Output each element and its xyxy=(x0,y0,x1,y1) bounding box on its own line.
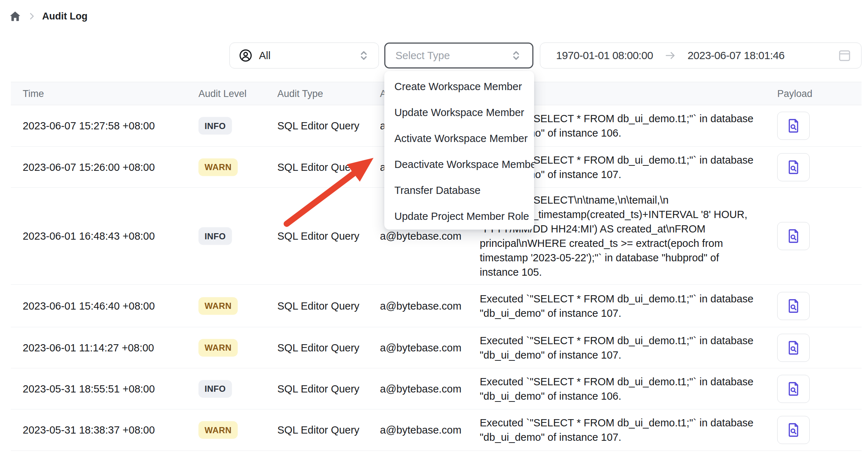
col-header-type: Audit Type xyxy=(277,88,323,99)
payload-view-button[interactable] xyxy=(777,334,810,362)
date-range-picker[interactable]: 1970-01-01 08:00:00 2023-06-07 18:01:46 xyxy=(540,43,862,68)
menu-item-create-workspace-member[interactable]: Create Workspace Member xyxy=(384,74,534,99)
audit-log-page: Audit Log All Select Type 1970-01-01 08:… xyxy=(0,0,868,457)
audit-level-badge: INFO xyxy=(198,380,232,398)
breadcrumb: Audit Log xyxy=(9,10,88,22)
audit-level-badge: INFO xyxy=(198,227,232,245)
audit-time: 2023-06-07 15:27:58 +08:00 xyxy=(23,120,155,132)
audit-type: SQL Editor Query xyxy=(277,300,359,312)
col-header-time: Time xyxy=(23,88,44,99)
audit-level-badge: WARN xyxy=(198,158,238,176)
audit-actor: a@bytebase.com xyxy=(380,300,461,312)
payload-view-button[interactable] xyxy=(777,112,810,140)
audit-time: 2023-06-01 11:14:27 +08:00 xyxy=(23,342,154,354)
chevron-up-down-icon xyxy=(358,49,370,62)
chevron-up-down-icon xyxy=(510,49,522,62)
document-search-icon xyxy=(785,340,802,356)
audit-actor: a@bytebase.com xyxy=(380,424,461,436)
col-header-level: Audit Level xyxy=(198,88,247,99)
audit-time: 2023-05-31 18:38:37 +08:00 xyxy=(23,424,155,436)
audit-time: 2023-05-31 18:55:51 +08:00 xyxy=(23,383,155,395)
menu-item-activate-workspace-member[interactable]: Activate Workspace Member xyxy=(384,125,534,151)
document-search-icon xyxy=(785,228,802,244)
audit-comment: Executed `"SELECT * FROM db_ui_demo.t1;"… xyxy=(480,416,775,444)
payload-view-button[interactable] xyxy=(777,416,810,444)
audit-comment: Executed `"SELECT * FROM db_ui_demo.t1;"… xyxy=(480,333,775,362)
payload-view-button[interactable] xyxy=(777,222,810,250)
type-select-dropdown-menu: Create Workspace Member Update Workspace… xyxy=(384,71,534,230)
col-header-payload: Payload xyxy=(777,88,813,99)
table-row: 2023-05-31 18:55:51 +08:00 INFO SQL Edit… xyxy=(11,368,862,409)
audit-level-badge: INFO xyxy=(198,117,232,135)
audit-time: 2023-06-01 16:48:43 +08:00 xyxy=(23,230,155,242)
menu-item-update-project-member-role[interactable]: Update Project Member Role xyxy=(384,203,534,229)
table-row: 2023-06-01 15:46:40 +08:00 WARN SQL Edit… xyxy=(11,285,862,327)
payload-view-button[interactable] xyxy=(777,153,810,181)
type-filter-select[interactable]: Select Type xyxy=(384,43,533,68)
table-row: 2023-06-01 11:14:27 +08:00 WARN SQL Edit… xyxy=(11,327,862,368)
home-icon[interactable] xyxy=(9,10,21,22)
chevron-right-icon xyxy=(27,12,36,21)
document-search-icon xyxy=(785,422,802,438)
menu-item-transfer-database[interactable]: Transfer Database xyxy=(384,177,534,203)
arrow-right-icon xyxy=(664,49,677,62)
date-range-start: 1970-01-01 08:00:00 xyxy=(556,49,653,62)
audit-time: 2023-06-07 15:26:00 +08:00 xyxy=(23,161,155,173)
audit-type: SQL Editor Query xyxy=(277,342,359,354)
audit-actor: a@bytebase.com xyxy=(380,383,461,395)
user-circle-icon xyxy=(238,48,253,63)
type-filter-placeholder: Select Type xyxy=(395,50,450,62)
document-search-icon xyxy=(785,298,802,314)
audit-type: SQL Editor Query xyxy=(277,161,359,173)
audit-level-badge: WARN xyxy=(198,339,238,356)
table-row: 2023-05-31 18:38:37 +08:00 WARN SQL Edit… xyxy=(11,409,862,451)
audit-level-badge: WARN xyxy=(198,421,238,439)
audit-time: 2023-06-01 15:46:40 +08:00 xyxy=(23,300,155,312)
payload-view-button[interactable] xyxy=(777,292,810,320)
document-search-icon xyxy=(785,381,802,397)
actor-filter-select[interactable]: All xyxy=(229,43,379,68)
audit-actor: a@bytebase.com xyxy=(380,230,461,242)
audit-level-badge: WARN xyxy=(198,297,238,315)
audit-type: SQL Editor Query xyxy=(277,383,359,395)
audit-actor: a@bytebase.com xyxy=(380,342,461,354)
audit-type: SQL Editor Query xyxy=(277,424,359,436)
calendar-icon xyxy=(837,48,853,63)
menu-item-update-workspace-member[interactable]: Update Workspace Member xyxy=(384,99,534,125)
audit-comment: Executed `"SELECT * FROM db_ui_demo.t1;"… xyxy=(480,374,775,403)
audit-type: SQL Editor Query xyxy=(277,120,359,132)
document-search-icon xyxy=(785,117,802,134)
page-title: Audit Log xyxy=(42,11,88,22)
payload-view-button[interactable] xyxy=(777,375,810,403)
document-search-icon xyxy=(785,159,802,176)
menu-item-deactivate-workspace-member[interactable]: Deactivate Workspace Member xyxy=(384,151,534,177)
audit-type: SQL Editor Query xyxy=(277,230,359,242)
actor-filter-value: All xyxy=(259,50,270,62)
audit-comment: Executed `"SELECT * FROM db_ui_demo.t1;"… xyxy=(480,292,775,320)
date-range-end: 2023-06-07 18:01:46 xyxy=(688,49,784,62)
